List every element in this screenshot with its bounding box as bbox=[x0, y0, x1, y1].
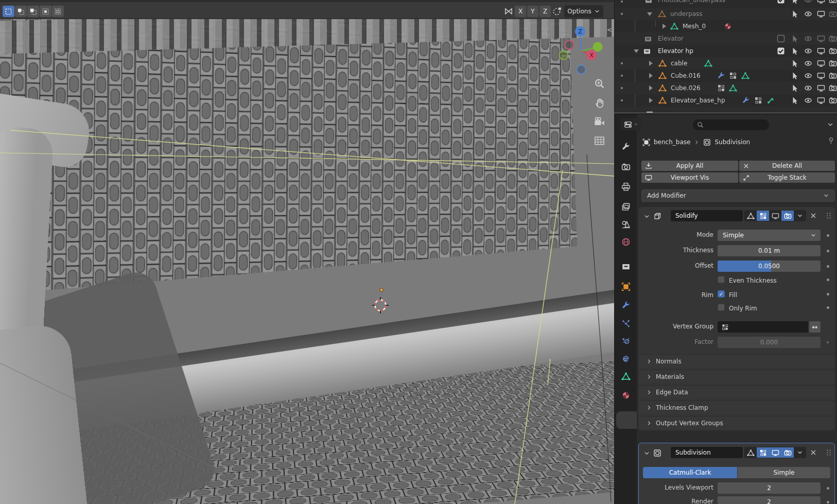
tab-tool-icon[interactable] bbox=[621, 142, 631, 151]
viewport-vis-button[interactable]: Viewport Vis bbox=[641, 172, 738, 183]
tab-render-icon[interactable] bbox=[621, 162, 631, 171]
fill-checkbox[interactable]: ✓ bbox=[718, 290, 725, 298]
outliner-row-underpass[interactable]: underpass bbox=[615, 8, 837, 20]
hide-eye-icon[interactable] bbox=[804, 96, 812, 105]
select-mode-new-button[interactable] bbox=[3, 6, 14, 17]
checkbox-icon[interactable] bbox=[777, 0, 785, 4]
breadcrumb-modifier[interactable]: Subdivision bbox=[714, 138, 750, 146]
outliner-row-cube-016[interactable]: Cube.016 bbox=[615, 69, 837, 82]
outliner-row-cable[interactable]: cable bbox=[615, 57, 837, 69]
render-camera-icon[interactable] bbox=[829, 47, 837, 55]
selectable-pointer-icon[interactable] bbox=[791, 34, 799, 43]
thickness-field[interactable]: 0.01 m bbox=[718, 245, 821, 256]
outliner-row-elevator[interactable]: Elevator bbox=[615, 32, 837, 45]
hide-eye-icon[interactable] bbox=[804, 72, 812, 80]
section-thickness-clamp[interactable]: Thickness Clamp bbox=[638, 401, 835, 414]
pin-icon[interactable] bbox=[827, 137, 835, 145]
pan-hand-icon[interactable] bbox=[594, 97, 605, 108]
orthographic-grid-icon[interactable] bbox=[594, 135, 605, 146]
add-modifier-dropdown[interactable]: Add Modifier bbox=[641, 189, 835, 202]
expand-arrow-icon[interactable] bbox=[647, 72, 655, 80]
tab-scene-icon[interactable] bbox=[621, 220, 631, 229]
outliner-row-elevator-base-hp[interactable]: Elevator_base_hp bbox=[615, 94, 837, 107]
select-mode-intersect-button[interactable] bbox=[52, 6, 64, 17]
viewport-disable-monitor-icon[interactable] bbox=[817, 59, 825, 67]
toggle-stack-button[interactable]: Toggle Stack bbox=[739, 172, 835, 183]
select-mode-subtract-button[interactable] bbox=[27, 6, 39, 17]
options-chevron-icon[interactable] bbox=[827, 121, 834, 128]
options-dropdown[interactable]: Options bbox=[564, 5, 603, 18]
navigation-gizmo[interactable]: Z X bbox=[560, 26, 603, 74]
render-camera-icon[interactable] bbox=[829, 72, 837, 80]
delete-all-button[interactable]: Delete All bbox=[739, 161, 835, 171]
vertex-group-invert-button[interactable]: ↔ bbox=[809, 321, 821, 333]
tab-world-icon[interactable] bbox=[621, 237, 631, 247]
delete-modifier-icon[interactable] bbox=[810, 449, 817, 456]
viewport-disable-monitor-icon[interactable] bbox=[817, 72, 825, 80]
viewport-3d[interactable]: Z X < X Y Z Options bbox=[0, 0, 614, 504]
toggle-realtime-icon[interactable] bbox=[769, 447, 781, 458]
viewport-disable-monitor-icon[interactable] bbox=[817, 96, 825, 105]
hide-eye-icon[interactable] bbox=[804, 47, 812, 55]
editor-type-button[interactable] bbox=[621, 118, 641, 130]
solidify-name-field[interactable]: Solidify bbox=[671, 210, 743, 221]
expand-arrow-icon[interactable] bbox=[647, 96, 655, 105]
selectable-pointer-icon[interactable] bbox=[791, 96, 799, 105]
tab-collection-icon[interactable] bbox=[621, 262, 631, 271]
toggle-render-icon[interactable] bbox=[781, 447, 794, 458]
delete-modifier-icon[interactable] bbox=[810, 212, 817, 219]
only-rim-checkbox[interactable] bbox=[718, 304, 725, 311]
tab-constraints-icon[interactable] bbox=[621, 354, 631, 363]
even-thickness-checkbox[interactable] bbox=[718, 276, 725, 283]
toggle-edit-mode-icon[interactable] bbox=[757, 447, 769, 458]
subdivision-name-field[interactable]: Subdivision bbox=[671, 447, 743, 458]
section-materials[interactable]: Materials bbox=[638, 370, 835, 383]
tab-object-data-icon[interactable] bbox=[621, 372, 631, 381]
outliner-row-mesh-0[interactable]: Mesh_0 bbox=[615, 20, 837, 32]
hide-eye-icon[interactable] bbox=[804, 10, 812, 18]
collapse-chevron-icon[interactable] bbox=[643, 213, 650, 220]
section-output-vertex-groups[interactable]: Output Vertex Groups bbox=[638, 416, 835, 429]
mirror-x-button[interactable]: X bbox=[515, 6, 526, 17]
levels-viewport-field[interactable]: 2 bbox=[718, 482, 821, 494]
outliner-row-partial[interactable] bbox=[615, 107, 837, 113]
hide-eye-icon[interactable] bbox=[804, 59, 812, 67]
expand-arrow-icon[interactable] bbox=[660, 22, 668, 30]
outliner-row-cube-026[interactable]: Cube.026 bbox=[615, 82, 837, 94]
render-camera-icon[interactable] bbox=[829, 34, 837, 43]
factor-field[interactable]: 0.000 bbox=[718, 337, 821, 348]
hide-eye-icon[interactable] bbox=[804, 0, 812, 4]
expand-arrow-icon[interactable] bbox=[646, 10, 654, 18]
selectable-pointer-icon[interactable] bbox=[791, 84, 799, 92]
collapse-chevron-icon[interactable] bbox=[643, 450, 650, 457]
hide-eye-icon[interactable] bbox=[804, 84, 812, 92]
outliner-row-elevator-hp[interactable]: Elevator hp bbox=[615, 45, 837, 57]
tab-physics-icon[interactable] bbox=[621, 336, 631, 345]
selectable-pointer-icon[interactable] bbox=[791, 10, 799, 18]
tab-particles-icon[interactable] bbox=[621, 319, 631, 328]
drag-handle-icon[interactable] bbox=[825, 449, 832, 456]
hide-eye-icon[interactable] bbox=[804, 34, 812, 43]
mirror-z-button[interactable]: Z bbox=[539, 6, 551, 17]
render-camera-icon[interactable] bbox=[829, 84, 837, 92]
selectable-pointer-icon[interactable] bbox=[791, 59, 799, 67]
drag-handle-icon[interactable] bbox=[825, 212, 832, 219]
toggle-render-icon[interactable] bbox=[781, 211, 794, 221]
viewport-disable-monitor-icon[interactable] bbox=[817, 34, 825, 43]
viewport-disable-monitor-icon[interactable] bbox=[817, 84, 825, 92]
vertex-group-field[interactable] bbox=[718, 321, 808, 333]
offset-slider[interactable]: 0.0500 bbox=[718, 260, 821, 272]
tab-view-layer-icon[interactable] bbox=[621, 202, 631, 212]
gizmo-axis-neg-z[interactable] bbox=[577, 65, 586, 74]
search-input[interactable] bbox=[693, 119, 769, 130]
render-levels-field[interactable]: 2 bbox=[718, 496, 821, 504]
camera-view-icon[interactable] bbox=[594, 116, 605, 127]
catmull-clark-button[interactable]: Catmull-Clark bbox=[643, 467, 737, 478]
toggle-on-cage-icon[interactable] bbox=[744, 447, 757, 458]
section-edge-data[interactable]: Edge Data bbox=[638, 385, 835, 398]
apply-all-button[interactable]: Apply All bbox=[641, 161, 738, 171]
gizmo-axis-neg-x[interactable] bbox=[565, 41, 574, 49]
render-camera-icon[interactable] bbox=[829, 59, 837, 67]
sidebar-collapse-arrow[interactable]: < bbox=[607, 26, 612, 33]
selectable-pointer-icon[interactable] bbox=[791, 72, 799, 80]
